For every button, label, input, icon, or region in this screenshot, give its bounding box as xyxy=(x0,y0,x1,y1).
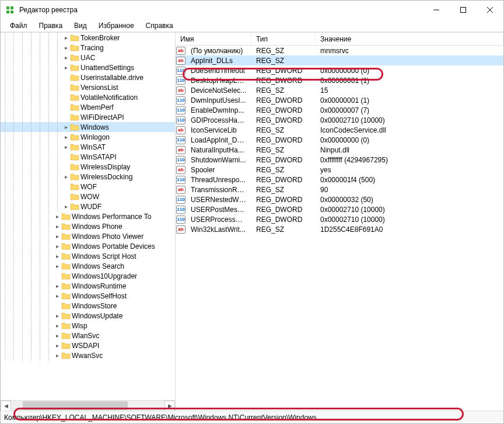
tree-expander-icon[interactable]: ▸ xyxy=(53,343,61,349)
tree-item-windows-photo-viewer[interactable]: ▸Windows Photo Viewer xyxy=(1,231,175,241)
tree-item-wudf[interactable]: ▸WUDF xyxy=(1,201,175,211)
tree-expander-icon[interactable]: ▸ xyxy=(53,214,61,220)
tree-item-uac[interactable]: ▸UAC xyxy=(1,53,175,62)
value-row[interactable]: abTransmissionRe...REG_SZ90 xyxy=(176,185,503,194)
value-row[interactable]: 110EnableDwmInp...REG_DWORD0x00000007 (7… xyxy=(176,105,503,115)
tree-expander-icon[interactable]: ▸ xyxy=(53,253,61,259)
tree-item-windows-phone[interactable]: ▸Windows Phone xyxy=(1,221,175,231)
value-row[interactable]: abAppInit_DLLsREG_SZ xyxy=(176,55,503,65)
tree-label: WindowsStore xyxy=(72,302,117,310)
tree-item-wifidirectapi[interactable]: WiFiDirectAPI xyxy=(1,112,175,122)
scroll-left-button[interactable]: ◀ xyxy=(1,401,11,411)
tree-item-wirelessdisplay[interactable]: WirelessDisplay xyxy=(1,162,175,172)
tree-expander-icon[interactable]: ▸ xyxy=(53,323,61,329)
tree-pane[interactable]: ▸TokenBroker▸Tracing▸UAC▸UnattendSetting… xyxy=(1,33,176,411)
tree-item-windowsstore[interactable]: WindowsStore xyxy=(1,301,175,311)
value-row[interactable]: 110USERProcessHa...REG_DWORD0x00002710 (… xyxy=(176,214,503,224)
col-header-value[interactable]: Значение xyxy=(316,34,503,44)
tree-expander-icon[interactable]: ▸ xyxy=(53,353,61,359)
tree-item-wisp[interactable]: ▸Wisp xyxy=(1,321,175,331)
value-row[interactable]: 110DdeSendTimeoutREG_DWORD0x00000000 (0) xyxy=(176,65,503,75)
tree-item-tracing[interactable]: ▸Tracing xyxy=(1,43,175,53)
menu-help[interactable]: Справка xyxy=(141,20,178,31)
tree-item-wow[interactable]: WOW xyxy=(1,192,175,201)
value-row[interactable]: 110ThreadUnrespo...REG_DWORD0x000001f4 (… xyxy=(176,175,503,185)
tree-expander-icon[interactable]: ▸ xyxy=(62,35,70,41)
close-button[interactable] xyxy=(477,1,503,19)
value-type-icon: 110 xyxy=(176,176,186,184)
value-row[interactable]: 110GDIProcessHan...REG_DWORD0x00002710 (… xyxy=(176,115,503,125)
menu-edit[interactable]: Правка xyxy=(34,20,68,31)
tree-expander-icon[interactable]: ▸ xyxy=(62,204,70,210)
tree-item-wof[interactable]: WOF xyxy=(1,182,175,192)
menu-favorites[interactable]: Избранное xyxy=(94,20,139,31)
scroll-thumb[interactable] xyxy=(23,401,128,410)
value-row[interactable]: abNaturalInputHa...REG_SZNinput.dll xyxy=(176,145,503,155)
folder-icon xyxy=(70,182,79,192)
tree-expander-icon[interactable]: ▸ xyxy=(53,224,61,230)
col-header-type[interactable]: Тип xyxy=(251,34,316,44)
tree-item-windows-portable-devices[interactable]: ▸Windows Portable Devices xyxy=(1,241,175,251)
value-row[interactable]: 110USERPostMessa...REG_DWORD0x00002710 (… xyxy=(176,204,503,214)
tree-expander-icon[interactable]: ▸ xyxy=(53,263,61,269)
tree-item-winlogon[interactable]: ▸Winlogon xyxy=(1,132,175,142)
titlebar[interactable]: Редактор реестра xyxy=(1,1,503,19)
tree-expander-icon[interactable]: ▸ xyxy=(53,234,61,239)
tree-expander-icon[interactable]: ▸ xyxy=(62,65,70,71)
tree-item-windows-script-host[interactable]: ▸Windows Script Host xyxy=(1,251,175,261)
tree-item-windowsselfhost[interactable]: ▸WindowsSelfHost xyxy=(1,291,175,301)
value-row[interactable]: abDeviceNotSelec...REG_SZ15 xyxy=(176,85,503,95)
col-header-name[interactable]: Имя xyxy=(176,34,251,44)
tree-item-winsat[interactable]: ▸WinSAT xyxy=(1,142,175,152)
tree-expander-icon[interactable]: ▸ xyxy=(53,283,61,289)
tree-item-windowsruntime[interactable]: ▸WindowsRuntime xyxy=(1,281,175,291)
tree-label: Windows Search xyxy=(72,262,124,270)
tree-item-volatilenotification[interactable]: VolatileNotification xyxy=(1,92,175,102)
minimize-button[interactable] xyxy=(423,1,450,19)
menu-view[interactable]: Вид xyxy=(69,20,92,31)
tree-expander-icon[interactable]: ▸ xyxy=(53,313,61,319)
scroll-track[interactable] xyxy=(11,401,164,411)
tree-expander-icon[interactable]: ▸ xyxy=(62,174,70,180)
value-row[interactable]: abWin32kLastWrit...REG_SZ1D255C4E8F691A0 xyxy=(176,224,503,234)
value-row[interactable]: ab(По умолчанию)REG_SZmnmsrvc xyxy=(176,46,503,55)
maximize-button[interactable] xyxy=(450,1,477,19)
tree-label: VersionsList xyxy=(80,84,118,92)
tree-item-userinstallable-drive[interactable]: Userinstallable.drive xyxy=(1,72,175,82)
tree-item-wlansvc[interactable]: ▸WlanSvc xyxy=(1,331,175,340)
folder-icon xyxy=(70,83,79,92)
tree-item-windows-performance-to[interactable]: ▸Windows Performance To xyxy=(1,211,175,221)
tree-item-wwansvc[interactable]: ▸WwanSvc xyxy=(1,350,175,360)
tree-item-wbemperf[interactable]: WbemPerf xyxy=(1,102,175,112)
tree-item-windowsupdate[interactable]: ▸WindowsUpdate xyxy=(1,311,175,321)
tree-expander-icon[interactable]: ▸ xyxy=(62,124,70,130)
tree-item-windows[interactable]: ▸Windows xyxy=(1,122,175,132)
menu-file[interactable]: Файл xyxy=(5,20,32,31)
value-row[interactable]: 110DesktopHeapLo...REG_DWORD0x00000001 (… xyxy=(176,75,503,85)
value-row[interactable]: 110LoadAppInit_DL...REG_DWORD0x00000000 … xyxy=(176,135,503,145)
tree-item-wirelessdocking[interactable]: ▸WirelessDocking xyxy=(1,172,175,182)
tree-hscrollbar[interactable]: ◀ ▶ xyxy=(1,400,175,411)
value-row[interactable]: 110USERNestedWin...REG_DWORD0x00000032 (… xyxy=(176,194,503,204)
tree-item-versionslist[interactable]: VersionsList xyxy=(1,82,175,92)
tree-expander-icon[interactable]: ▸ xyxy=(53,244,61,249)
tree-item-windows-search[interactable]: ▸Windows Search xyxy=(1,261,175,271)
value-row[interactable]: 110ShutdownWarni...REG_DWORD0xffffffff (… xyxy=(176,155,503,165)
tree-item-windows10upgrader[interactable]: Windows10Upgrader xyxy=(1,271,175,281)
tree-item-unattendsettings[interactable]: ▸UnattendSettings xyxy=(1,62,175,72)
tree-expander-icon[interactable]: ▸ xyxy=(62,134,70,140)
tree-expander-icon[interactable]: ▸ xyxy=(53,293,61,299)
tree-expander-icon[interactable]: ▸ xyxy=(62,45,70,51)
tree-item-tokenbroker[interactable]: ▸TokenBroker xyxy=(1,33,175,43)
value-data: 0x00002710 (10000) xyxy=(316,206,503,214)
value-type: REG_SZ xyxy=(251,186,316,194)
value-row[interactable]: abSpoolerREG_SZyes xyxy=(176,165,503,175)
value-row[interactable]: abIconServiceLibREG_SZIconCodecService.d… xyxy=(176,125,503,135)
scroll-right-button[interactable]: ▶ xyxy=(164,401,175,411)
tree-item-wsdapi[interactable]: ▸WSDAPI xyxy=(1,340,175,350)
tree-item-winsatapi[interactable]: WinSATAPI xyxy=(1,152,175,162)
tree-expander-icon[interactable]: ▸ xyxy=(62,144,70,150)
value-row[interactable]: 110DwmInputUsesI...REG_DWORD0x00000001 (… xyxy=(176,95,503,105)
tree-expander-icon[interactable]: ▸ xyxy=(53,333,61,339)
tree-expander-icon[interactable]: ▸ xyxy=(62,55,70,61)
